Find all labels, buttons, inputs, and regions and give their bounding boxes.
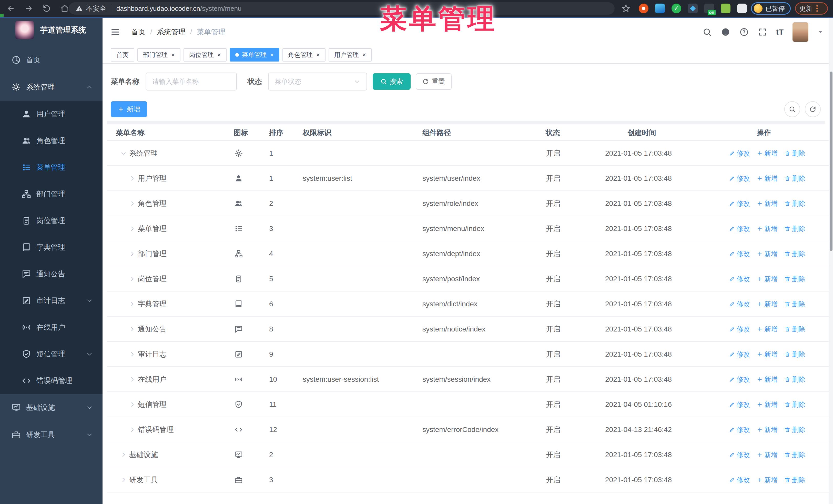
search-icon[interactable] xyxy=(702,27,712,37)
expand-arrow-icon[interactable] xyxy=(129,241,135,266)
tab-菜单管理[interactable]: 菜单管理× xyxy=(230,48,279,62)
edit-row-button[interactable]: 修改 xyxy=(729,274,750,284)
tab-close-icon[interactable]: × xyxy=(362,52,366,58)
sidebar-item-6[interactable]: 岗位管理 xyxy=(0,208,102,234)
extension-icon[interactable] xyxy=(671,4,681,13)
expand-arrow-icon[interactable] xyxy=(120,141,127,166)
delete-row-button[interactable]: 删除 xyxy=(784,425,805,434)
sidebar-item-0[interactable]: 首页 xyxy=(0,46,102,74)
tab-close-icon[interactable]: × xyxy=(217,52,221,58)
tab-close-icon[interactable]: × xyxy=(316,52,320,58)
expand-arrow-icon[interactable] xyxy=(129,342,135,367)
expand-arrow-icon[interactable] xyxy=(129,216,135,241)
user-avatar[interactable] xyxy=(792,22,808,42)
bookmark-star-icon[interactable] xyxy=(621,4,630,13)
github-icon[interactable] xyxy=(721,27,731,37)
edit-row-button[interactable]: 修改 xyxy=(729,174,750,183)
add-row-button[interactable]: 新增 xyxy=(757,274,778,284)
text-size-icon[interactable]: tT xyxy=(776,28,784,37)
delete-row-button[interactable]: 删除 xyxy=(784,476,805,484)
delete-row-button[interactable]: 删除 xyxy=(784,300,805,309)
sidebar-item-11[interactable]: 短信管理 xyxy=(0,341,102,367)
add-row-button[interactable]: 新增 xyxy=(757,375,778,384)
expand-arrow-icon[interactable] xyxy=(129,417,135,442)
search-button[interactable]: 搜索 xyxy=(373,73,411,90)
delete-row-button[interactable]: 删除 xyxy=(784,375,805,384)
tab-close-icon[interactable]: × xyxy=(270,52,274,58)
page-scrollbar[interactable] xyxy=(829,18,833,504)
delete-row-button[interactable]: 删除 xyxy=(784,325,805,334)
tab-用户管理[interactable]: 用户管理× xyxy=(329,48,372,62)
add-row-button[interactable]: 新增 xyxy=(757,224,778,233)
edit-row-button[interactable]: 修改 xyxy=(729,350,750,359)
add-row-button[interactable]: 新增 xyxy=(757,300,778,309)
scrollbar-thumb[interactable] xyxy=(830,72,832,251)
delete-row-button[interactable]: 删除 xyxy=(784,350,805,359)
edit-row-button[interactable]: 修改 xyxy=(729,249,750,258)
expand-arrow-icon[interactable] xyxy=(129,291,135,317)
extension-icon[interactable] xyxy=(721,4,731,13)
status-select[interactable]: 菜单状态 xyxy=(268,73,367,91)
extension-puzzle-icon[interactable] xyxy=(737,4,747,13)
hamburger-icon[interactable] xyxy=(110,27,120,37)
add-row-button[interactable]: 新增 xyxy=(757,400,778,409)
delete-row-button[interactable]: 删除 xyxy=(784,174,805,183)
sidebar-logo[interactable]: 芋道管理系统 xyxy=(0,18,102,42)
edit-row-button[interactable]: 修改 xyxy=(729,224,750,233)
show-search-toggle-button[interactable] xyxy=(784,101,800,117)
delete-row-button[interactable]: 删除 xyxy=(784,199,805,208)
delete-row-button[interactable]: 删除 xyxy=(784,450,805,459)
expand-arrow-icon[interactable] xyxy=(129,266,135,291)
add-row-button[interactable]: 新增 xyxy=(757,450,778,459)
sidebar-item-2[interactable]: 用户管理 xyxy=(0,101,102,127)
tab-岗位管理[interactable]: 岗位管理× xyxy=(184,48,227,62)
add-row-button[interactable]: 新增 xyxy=(757,149,778,158)
breadcrumb-home[interactable]: 首页 xyxy=(131,27,146,37)
edit-row-button[interactable]: 修改 xyxy=(729,199,750,208)
add-row-button[interactable]: 新增 xyxy=(757,425,778,434)
extension-icon[interactable] xyxy=(655,4,665,13)
edit-row-button[interactable]: 修改 xyxy=(729,476,750,484)
expand-arrow-icon[interactable] xyxy=(129,392,135,417)
sidebar-item-10[interactable]: 在线用户 xyxy=(0,314,102,341)
sidebar-item-3[interactable]: 角色管理 xyxy=(0,127,102,154)
expand-arrow-icon[interactable] xyxy=(129,317,135,342)
browser-back-icon[interactable] xyxy=(6,3,16,14)
edit-row-button[interactable]: 修改 xyxy=(729,149,750,158)
expand-arrow-icon[interactable] xyxy=(129,166,135,191)
browser-home-icon[interactable] xyxy=(60,3,70,14)
add-row-button[interactable]: 新增 xyxy=(757,199,778,208)
expand-arrow-icon[interactable] xyxy=(129,367,135,392)
tab-部门管理[interactable]: 部门管理× xyxy=(137,48,181,62)
fullscreen-icon[interactable] xyxy=(758,27,767,37)
browser-reload-icon[interactable] xyxy=(42,3,52,14)
add-row-button[interactable]: 新增 xyxy=(757,325,778,334)
expand-arrow-icon[interactable] xyxy=(129,191,135,216)
delete-row-button[interactable]: 删除 xyxy=(784,400,805,409)
sidebar-item-5[interactable]: 部门管理 xyxy=(0,181,102,208)
expand-arrow-icon[interactable] xyxy=(120,467,127,493)
delete-row-button[interactable]: 删除 xyxy=(784,224,805,233)
avatar-caret-down-icon[interactable] xyxy=(817,29,824,35)
add-button[interactable]: 新增 xyxy=(111,101,147,117)
sidebar-item-8[interactable]: 通知公告 xyxy=(0,261,102,287)
tab-角色管理[interactable]: 角色管理× xyxy=(282,48,326,62)
extension-icon[interactable]: on xyxy=(704,4,714,13)
edit-row-button[interactable]: 修改 xyxy=(729,450,750,459)
browser-forward-icon[interactable] xyxy=(24,3,34,14)
delete-row-button[interactable]: 删除 xyxy=(784,149,805,158)
extension-icon[interactable] xyxy=(688,4,698,13)
breadcrumb-system[interactable]: 系统管理 xyxy=(157,27,186,37)
add-row-button[interactable]: 新增 xyxy=(757,249,778,258)
browser-update-button[interactable]: 更新 xyxy=(795,2,828,15)
delete-row-button[interactable]: 删除 xyxy=(784,274,805,284)
help-icon[interactable] xyxy=(739,27,749,37)
paused-extension-badge[interactable]: 已暂停 xyxy=(751,2,791,15)
add-row-button[interactable]: 新增 xyxy=(757,476,778,484)
sidebar-item-4[interactable]: 菜单管理 xyxy=(0,154,102,181)
edit-row-button[interactable]: 修改 xyxy=(729,425,750,434)
tab-首页[interactable]: 首页 xyxy=(111,48,134,62)
menu-name-input[interactable] xyxy=(146,73,237,91)
edit-row-button[interactable]: 修改 xyxy=(729,325,750,334)
edit-row-button[interactable]: 修改 xyxy=(729,375,750,384)
